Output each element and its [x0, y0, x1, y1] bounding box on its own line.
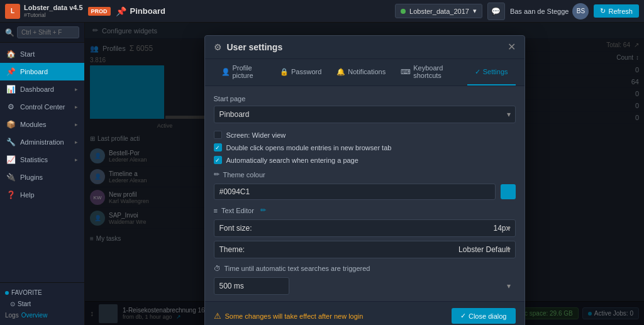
- settings-gear-icon: ⚙: [214, 42, 222, 52]
- env-selector[interactable]: Lobster_data_2017 ▾: [395, 4, 482, 18]
- tab-keyboard-shortcuts[interactable]: ⌨ Keyboard shortcuts: [393, 59, 467, 85]
- start-page-group: Start page Pinboard ▾: [214, 95, 516, 123]
- checkbox-label: Automatically search when entering a pag…: [226, 157, 358, 164]
- sidebar-item-plugins[interactable]: 🔌 Plugins: [0, 168, 84, 186]
- main-layout: 🔍 🏠 Start 📌 Pinboard 📊 Dashboard ▸: [0, 23, 644, 325]
- sidebar-item-label: Plugins: [20, 174, 43, 181]
- select-chevron-icon: ▾: [507, 110, 511, 119]
- logs-label: Logs: [5, 312, 19, 319]
- sidebar-item-statistics[interactable]: 📈 Statistics ▸: [0, 151, 84, 168]
- plugins-icon: 🔌: [6, 173, 15, 182]
- warning-message: Some changes will take effect after new …: [225, 312, 364, 320]
- tab-label: Keyboard shortcuts: [413, 64, 460, 79]
- checkbox-auto-search[interactable]: ✓ Automatically search when entering a p…: [214, 156, 516, 164]
- modal-close-button[interactable]: ✕: [508, 42, 516, 52]
- lobster-icon: L: [5, 4, 20, 19]
- sidebar-item-label: Pinboard: [20, 68, 48, 75]
- env-name: Lobster_data_2017: [409, 8, 469, 15]
- favorite-text: FAVORITE: [11, 289, 42, 296]
- text-editor-icon: ≡: [214, 207, 218, 214]
- pinboard-icon: 📌: [6, 67, 15, 76]
- tab-profile-picture[interactable]: 👤 Profile picture: [214, 59, 272, 85]
- search-input[interactable]: [17, 26, 79, 38]
- dashboard-icon: 📊: [6, 85, 15, 94]
- modal-title: User settings: [227, 42, 502, 52]
- sidebar-item-start[interactable]: 🏠 Start: [0, 45, 84, 63]
- help-icon: ❓: [6, 190, 15, 199]
- topbar: L Lobster_data v4.5 #Tutorial PROD 📌 Pin…: [0, 0, 644, 23]
- nav-items: 🏠 Start 📌 Pinboard 📊 Dashboard ▸ ⚙ Contr…: [0, 43, 84, 282]
- admin-icon: 🔧: [6, 138, 15, 146]
- warning-text: ⚠ Some changes will take effect after ne…: [214, 311, 364, 321]
- chevron-down-icon: ▾: [473, 7, 477, 15]
- time-select[interactable]: 500 ms ▾: [214, 277, 289, 295]
- tab-settings[interactable]: ✓ Settings: [467, 59, 516, 85]
- chat-button[interactable]: 💬: [487, 3, 505, 20]
- sidebar-item-dashboard[interactable]: 📊 Dashboard ▸: [0, 80, 84, 98]
- theme-select-wrapper: Theme: Lobster Default ▾: [214, 241, 516, 258]
- checkbox-group: Screen: Wider view ✓ Double click opens …: [214, 131, 516, 164]
- chevron-right-icon: ▸: [75, 86, 78, 92]
- chevron-right-icon: ▸: [75, 121, 78, 128]
- font-size-select-wrapper: Font size: 14px ▾: [214, 219, 516, 237]
- close-dialog-button[interactable]: ✓ Close dialog: [452, 308, 516, 324]
- text-editor-label: Text Editor: [221, 207, 254, 214]
- font-size-select[interactable]: Font size: 14px ▾: [214, 219, 516, 237]
- logs-item-link[interactable]: Overview: [21, 312, 48, 319]
- favorite-dot: [5, 291, 9, 295]
- checkbox-input[interactable]: [214, 131, 222, 139]
- sidebar-item-administration[interactable]: 🔧 Administration ▸: [0, 133, 84, 151]
- checkbox-double-click[interactable]: ✓ Double click opens module entries in n…: [214, 143, 516, 151]
- sidebar: 🔍 🏠 Start 📌 Pinboard 📊 Dashboard ▸: [0, 23, 85, 325]
- time-label: Time until automatic text searches are t…: [225, 265, 370, 272]
- sidebar-item-label: Help: [20, 191, 35, 199]
- theme-colour-label: Theme colour: [223, 171, 265, 179]
- star-icon: ⊙: [10, 300, 15, 307]
- theme-select[interactable]: Theme: Lobster Default ▾: [214, 241, 516, 258]
- env-dot: [401, 9, 406, 14]
- color-swatch[interactable]: [501, 184, 516, 199]
- start-page-select[interactable]: Pinboard ▾: [214, 106, 516, 123]
- user-avatar: BS: [572, 3, 589, 19]
- favorite-start[interactable]: ⊙ Start: [5, 299, 79, 309]
- sidebar-item-label: Modules: [20, 121, 47, 128]
- notifications-tab-icon: 🔔: [336, 68, 345, 76]
- modal-title-text: User settings: [227, 42, 283, 52]
- modal-tabs: 👤 Profile picture 🔒 Password 🔔 Notificat…: [205, 59, 525, 86]
- search-icon: 🔍: [5, 28, 14, 37]
- theme-label: Theme:: [219, 245, 245, 254]
- search-bar: 🔍: [0, 23, 84, 43]
- user-name: Bas aan de Stegge: [510, 8, 569, 15]
- pencil-theme-icon: ✏: [214, 170, 219, 179]
- checkbox-input[interactable]: ✓: [214, 156, 222, 164]
- sidebar-item-help[interactable]: ❓ Help: [0, 186, 84, 204]
- logs-section: Logs Overview: [5, 309, 79, 321]
- sidebar-item-control-center[interactable]: ⚙ Control Center ▸: [0, 98, 84, 116]
- modules-icon: 📦: [6, 120, 15, 129]
- chevron-right-icon: ▸: [75, 104, 78, 110]
- refresh-label: Refresh: [608, 8, 633, 15]
- theme-colour-divider: ✏ Theme colour: [214, 170, 516, 179]
- tab-notifications[interactable]: 🔔 Notifications: [329, 59, 393, 85]
- modal-overlay: ⚙ User settings ✕ 👤 Profile picture 🔒 Pa…: [85, 23, 644, 325]
- checkbox-wider-view[interactable]: Screen: Wider view: [214, 131, 516, 139]
- theme-color-input[interactable]: [214, 184, 496, 200]
- edit-pencil-icon[interactable]: ✏: [260, 206, 266, 214]
- sidebar-item-modules[interactable]: 📦 Modules ▸: [0, 116, 84, 133]
- keyboard-tab-icon: ⌨: [401, 68, 411, 76]
- app-logo: L Lobster_data v4.5 #Tutorial: [5, 4, 83, 19]
- sidebar-item-pinboard[interactable]: 📌 Pinboard: [0, 63, 84, 80]
- logo-text: Lobster_data v4.5 #Tutorial: [24, 4, 83, 19]
- close-dialog-label: Close dialog: [469, 312, 507, 320]
- theme-color-row: [214, 184, 516, 200]
- text-editor-selects: Font size: 14px ▾ Theme: Lobster Default…: [214, 219, 516, 258]
- chat-icon: 💬: [491, 7, 501, 16]
- refresh-button[interactable]: ↻ Refresh: [594, 4, 639, 18]
- refresh-icon: ↻: [600, 7, 606, 15]
- tab-password[interactable]: 🔒 Password: [272, 59, 329, 85]
- content-area: ✏ Configure widgets 👥 Profiles Σ 6055 3.…: [85, 23, 644, 325]
- app-name: Lobster_data v4.5: [24, 4, 83, 12]
- checkbox-input[interactable]: ✓: [214, 143, 222, 151]
- sidebar-footer: FAVORITE ⊙ Start Logs Overview: [0, 282, 84, 325]
- sidebar-item-label: Administration: [20, 138, 64, 146]
